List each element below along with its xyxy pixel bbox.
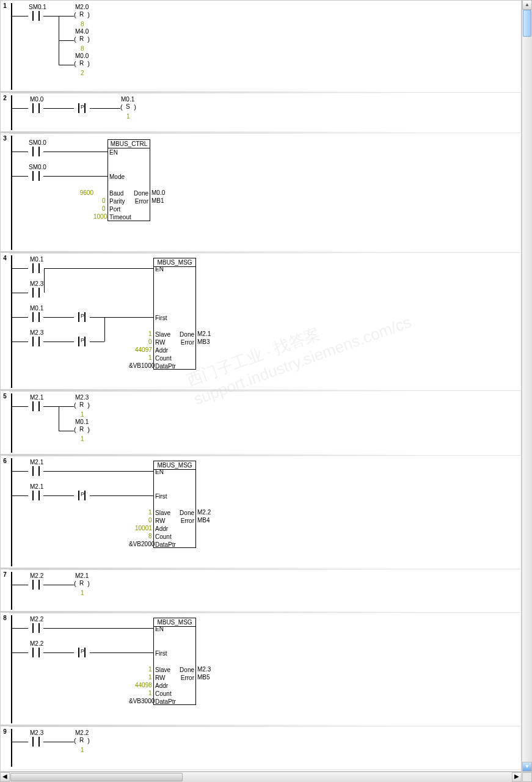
param-addr: 44097 [135,346,152,353]
pin-en: EN [155,469,164,475]
contact[interactable] [28,337,44,346]
coil-count: 1 [126,113,130,120]
scroll-left-button[interactable]: ◀ [0,772,10,782]
contact[interactable] [28,147,44,156]
edge-detect[interactable]: P [74,103,90,113]
param-count: 8 [148,533,152,539]
param-timeout: 1000 [93,213,107,220]
scroll-right-button[interactable]: ▶ [512,772,522,782]
edge-detect[interactable]: P [74,648,90,657]
contact[interactable] [28,103,44,113]
scrollbar-thumb[interactable] [10,773,183,781]
coil-count: 2 [81,70,84,76]
edge-detect[interactable]: P [74,491,90,500]
pin-slave: Slave [155,667,170,673]
network-6: 6 M2.1 M2.1 P MBUS_MSG EN First Slave RW… [1,456,521,569]
coil-label: M0.1 [75,418,89,425]
out-error: MB3 [197,338,210,345]
pin-en: EN [155,266,164,272]
pin-dataptr: DataPtr [155,363,176,370]
param-count: 1 [148,354,152,361]
coil-count: 8 [81,45,84,52]
param-dataptr: &VB2000 [129,541,155,547]
chevron-right-icon: ▶ [514,773,519,780]
network-8: 8 M2.2 M2.2 P MBUS_MSG EN First Slave RW… [1,613,521,726]
fb-mbus-msg[interactable]: MBUS_MSG EN First Slave RW Addr Count Da… [153,461,196,548]
scroll-up-button[interactable]: ▲ [522,0,532,10]
ladder-canvas[interactable]: 西门子工业 · 找答案support.industry.siemens.com/… [0,0,522,772]
coil-reset[interactable]: (R) [74,737,90,747]
contact[interactable] [28,288,44,298]
contact[interactable] [28,466,44,476]
pin-dataptr: DataPtr [155,698,176,705]
pin-mode: Mode [109,174,125,180]
contact[interactable] [28,491,44,500]
network-2: 2 M0.0 P (S) M0.1 1 [1,93,521,133]
coil-reset[interactable]: (R) [74,11,90,21]
horizontal-scrollbar[interactable]: ◀ ▶ [0,772,532,782]
pin-count: Count [155,690,172,697]
contact-label: M2.2 [30,640,43,647]
scrollbar-track[interactable] [522,10,532,762]
edge-detect[interactable]: P [74,337,90,346]
network-number: 9 [1,726,9,771]
network-number: 8 [1,613,9,728]
network-number: 4 [1,253,9,392]
contact[interactable] [28,11,44,21]
contact[interactable] [28,171,44,181]
contact[interactable] [28,263,44,273]
pin-addr: Addr [155,682,168,689]
contact[interactable] [28,623,44,633]
vertical-scrollbar[interactable]: ▲ ▼ [522,0,532,772]
network-number: 6 [1,456,9,571]
pin-count: Count [155,533,172,540]
param-rw: 1 [148,674,152,681]
coil-reset[interactable]: (R) [74,401,90,411]
chevron-down-icon: ▼ [525,764,530,769]
contact[interactable] [28,312,44,322]
fb-mbus-ctrl[interactable]: MBUS_CTRL EN Mode Baud Parity Port Timeo… [107,139,150,221]
edge-detect[interactable]: P [74,312,90,322]
contact[interactable] [28,401,44,411]
coil-count: 1 [81,590,84,596]
coil-label: M0.1 [121,96,134,103]
pin-error: Error [181,674,194,681]
network-7: 7 M2.2 (R) M2.1 1 [1,569,521,613]
coil-reset[interactable]: (R) [74,426,90,436]
pin-en: EN [109,149,118,156]
fb-mbus-msg[interactable]: MBUS_MSG EN First Slave RW Addr Count Da… [153,618,196,705]
network-number: 2 [1,93,9,134]
contact[interactable] [28,737,44,747]
coil-count: 8 [81,21,84,27]
pin-en: EN [155,626,164,632]
pin-first: First [155,315,167,321]
contact-label: M2.2 [30,572,43,579]
coil-count: 1 [81,747,84,753]
scroll-down-button[interactable]: ▼ [522,762,532,772]
pin-error: Error [181,517,194,524]
coil-label: M4.0 [75,28,89,35]
contact-label: M2.3 [30,329,43,336]
coil-reset[interactable]: (R) [74,60,90,70]
scrollbar-thumb[interactable] [523,10,531,37]
contact-label: SM0.0 [29,164,46,170]
ladder-editor-viewport: 西门子工业 · 找答案support.industry.siemens.com/… [0,0,532,782]
network-number: 3 [1,133,9,254]
coil-reset[interactable]: (R) [74,580,90,590]
contact[interactable] [28,648,44,657]
pin-rw: RW [155,517,165,524]
fb-mbus-msg[interactable]: MBUS_MSG EN First Slave RW Addr Count Da… [153,258,196,370]
pin-rw: RW [155,339,165,346]
param-parity: 0 [102,197,106,204]
coil-reset[interactable]: (R) [74,35,90,45]
coil-label: M0.0 [75,53,89,59]
chevron-left-icon: ◀ [2,773,7,780]
contact-label: M2.3 [30,280,43,287]
network-number: 1 [1,1,9,94]
contact[interactable] [28,580,44,590]
pin-done: Done [134,190,148,197]
pin-slave: Slave [155,331,170,338]
param-addr: 10001 [135,525,152,532]
coil-set[interactable]: (S) [120,103,136,113]
network-9: 9 M2.3 (R) M2.2 1 [1,726,521,770]
